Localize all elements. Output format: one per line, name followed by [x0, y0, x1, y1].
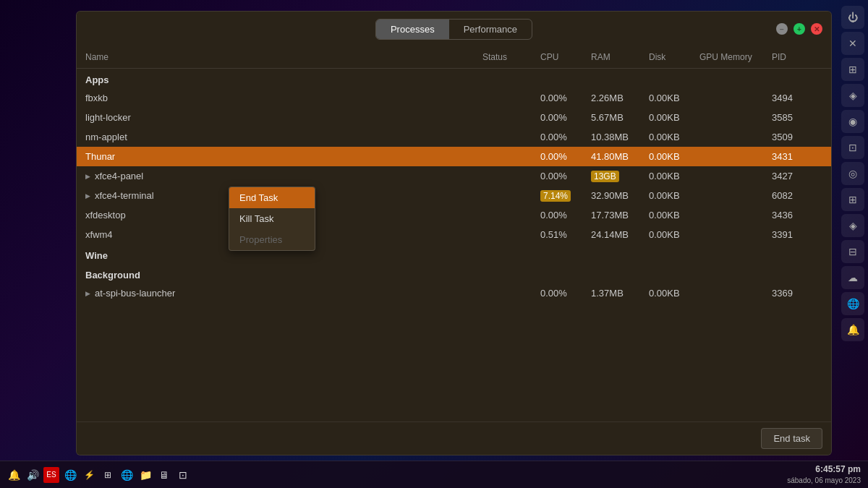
taskbar-app-icon-1[interactable]: 🌐	[119, 467, 135, 483]
proc-cpu-xfdesktop: 0.00%	[540, 210, 591, 221]
sidebar-power-icon[interactable]: ⏻	[841, 6, 864, 29]
clock-date: sábado, 06 mayo 2023	[787, 476, 861, 486]
proc-cpu-fbxkb: 0.00%	[540, 93, 591, 103]
proc-disk-fbxkb: 0.00KB	[649, 93, 699, 103]
proc-pid-nm-applet: 3509	[772, 132, 822, 142]
section-apps: Apps	[77, 69, 831, 88]
proc-cpu-xfwm4: 0.51%	[540, 229, 591, 240]
tab-performance[interactable]: Performance	[449, 20, 532, 39]
row-xfdesktop[interactable]: xfdesktop 0.00% 17.73MB 0.00KB 3436	[77, 205, 831, 225]
proc-name-light-locker: light-locker	[85, 112, 482, 123]
proc-pid-xfdesktop: 3436	[772, 210, 822, 221]
taskbar-flag-icon[interactable]: ES	[43, 467, 59, 483]
proc-ram-light-locker: 5.67MB	[591, 112, 649, 123]
end-task-bar: End task	[77, 421, 831, 455]
col-header-disk[interactable]: Disk	[649, 52, 699, 62]
sidebar-icon-7[interactable]: ⊞	[841, 188, 864, 211]
proc-cpu-at-spi-bus-launcher: 0.00%	[540, 288, 591, 299]
col-header-status[interactable]: Status	[482, 52, 540, 62]
proc-disk-xfwm4: 0.00KB	[649, 229, 699, 240]
taskbar-volume-icon[interactable]: 🔊	[25, 467, 41, 483]
proc-ram-nm-applet: 10.38MB	[591, 132, 649, 142]
minimize-button[interactable]: −	[776, 23, 788, 35]
row-fbxkb[interactable]: fbxkb 0.00% 2.26MB 0.00KB 3494	[77, 88, 831, 108]
ctx-kill-task[interactable]: Kill Task	[229, 208, 315, 229]
table-body: Apps fbxkb 0.00% 2.26MB 0.00KB 3494 ligh…	[77, 69, 831, 421]
sidebar-icon-12[interactable]: 🔔	[841, 318, 864, 341]
sidebar-icon-11[interactable]: 🌐	[841, 292, 864, 315]
proc-cpu-xfce4-panel: 0.00%	[540, 171, 591, 181]
col-header-pid[interactable]: PID	[772, 52, 822, 62]
proc-pid-light-locker: 3585	[772, 112, 822, 123]
row-thunar[interactable]: Thunar 0.00% 41.80MB 0.00KB 3431	[77, 147, 831, 166]
row-nm-applet[interactable]: nm-applet 0.00% 10.38MB 0.00KB 3509	[77, 127, 831, 147]
row-at-spi-bus-launcher[interactable]: at-spi-bus-launcher 0.00% 1.37MB 0.00KB …	[77, 283, 831, 303]
maximize-button[interactable]: +	[793, 23, 805, 35]
sidebar-icon-4[interactable]: ◉	[841, 110, 864, 133]
proc-pid-thunar: 3431	[772, 151, 822, 162]
proc-disk-xfce4-panel: 0.00KB	[649, 171, 699, 181]
col-header-cpu[interactable]: CPU	[540, 52, 591, 62]
sidebar-icon-3[interactable]: ◈	[841, 84, 864, 107]
sidebar-icon-6[interactable]: ◎	[841, 162, 864, 185]
sidebar-icon-2[interactable]: ⊞	[841, 58, 864, 81]
proc-pid-at-spi-bus-launcher: 3369	[772, 288, 822, 299]
taskbar-notify-icon[interactable]: 🔔	[6, 467, 22, 483]
right-sidebar: ⏻ ✕ ⊞ ◈ ◉ ⊡ ◎ ⊞ ◈ ⊟ ☁ 🌐 🔔	[838, 0, 868, 461]
context-menu: End Task Kill Task Properties	[229, 187, 315, 251]
taskbar-usb-icon[interactable]: ⊞	[100, 467, 116, 483]
proc-ram-xfwm4: 24.14MB	[591, 229, 649, 240]
ctx-end-task[interactable]: End Task	[229, 187, 315, 208]
row-xfce4-terminal[interactable]: xfce4-terminal 7.14% 32.90MB 0.00KB 6082	[77, 186, 831, 205]
proc-disk-light-locker: 0.00KB	[649, 112, 699, 123]
section-background: Background	[77, 264, 831, 283]
sidebar-icon-10[interactable]: ☁	[841, 266, 864, 289]
row-xfce4-panel[interactable]: xfce4-panel 0.00% 13GB 0.00KB 3427	[77, 166, 831, 186]
ram-highlight-xfce4-panel: 13GB	[591, 171, 619, 182]
proc-disk-xfdesktop: 0.00KB	[649, 210, 699, 221]
sidebar-icon-8[interactable]: ◈	[841, 214, 864, 237]
sidebar-icon-5[interactable]: ⊡	[841, 136, 864, 159]
window-titlebar: Processes Performance − + ✕	[77, 12, 831, 46]
proc-ram-xfce4-terminal: 32.90MB	[591, 190, 649, 201]
sidebar-icon-9[interactable]: ⊟	[841, 240, 864, 263]
proc-name-thunar: Thunar	[85, 151, 482, 162]
proc-name-nm-applet: nm-applet	[85, 132, 482, 142]
proc-pid-fbxkb: 3494	[772, 93, 822, 103]
proc-name-xfce4-panel: xfce4-panel	[85, 171, 482, 181]
taskbar-app-icon-4[interactable]: ⊡	[175, 467, 191, 483]
proc-ram-xfce4-panel: 13GB	[591, 171, 649, 181]
ctx-properties: Properties	[229, 229, 315, 250]
taskbar: 🔔 🔊 ES 🌐 ⚡ ⊞ 🌐 📁 🖥 ⊡ 6:45:57 pm sábado, …	[0, 461, 868, 488]
proc-ram-at-spi-bus-launcher: 1.37MB	[591, 288, 649, 299]
tab-group: Processes Performance	[375, 19, 532, 40]
tab-processes[interactable]: Processes	[376, 20, 449, 39]
proc-cpu-nm-applet: 0.00%	[540, 132, 591, 142]
close-button[interactable]: ✕	[811, 23, 822, 35]
col-header-gpu[interactable]: GPU Memory	[699, 52, 772, 62]
row-light-locker[interactable]: light-locker 0.00% 5.67MB 0.00KB 3585	[77, 108, 831, 127]
end-task-button[interactable]: End task	[761, 428, 822, 449]
clock-time: 6:45:57 pm	[787, 463, 861, 476]
proc-name-at-spi-bus-launcher: at-spi-bus-launcher	[85, 288, 482, 299]
table-header: Name Status CPU RAM Disk GPU Memory PID	[77, 46, 831, 69]
taskbar-left: 🔔 🔊 ES 🌐 ⚡ ⊞ 🌐 📁 🖥 ⊡	[0, 467, 197, 483]
col-header-name[interactable]: Name	[85, 52, 482, 62]
section-wine: Wine	[77, 244, 831, 264]
taskbar-app-icon-2[interactable]: 📁	[137, 467, 153, 483]
taskbar-clock: 6:45:57 pm sábado, 06 mayo 2023	[787, 463, 861, 486]
taskbar-app-icon-3[interactable]: 🖥	[156, 467, 172, 483]
proc-pid-xfce4-panel: 3427	[772, 171, 822, 181]
row-xfwm4[interactable]: xfwm4 0.51% 24.14MB 0.00KB 3391	[77, 225, 831, 244]
col-header-ram[interactable]: RAM	[591, 52, 649, 62]
proc-pid-xfwm4: 3391	[772, 229, 822, 240]
system-monitor-window: Processes Performance − + ✕ Name Status …	[76, 11, 832, 455]
proc-ram-thunar: 41.80MB	[591, 151, 649, 162]
taskbar-bluetooth-icon[interactable]: ⚡	[81, 467, 97, 483]
cpu-highlight-xfce4-terminal: 7.14%	[540, 190, 571, 202]
sidebar-icon-1[interactable]: ✕	[841, 32, 864, 55]
window-controls: − + ✕	[776, 23, 822, 35]
proc-disk-thunar: 0.00KB	[649, 151, 699, 162]
taskbar-chrome-icon[interactable]: 🌐	[62, 467, 78, 483]
taskbar-right: 6:45:57 pm sábado, 06 mayo 2023	[780, 463, 868, 486]
